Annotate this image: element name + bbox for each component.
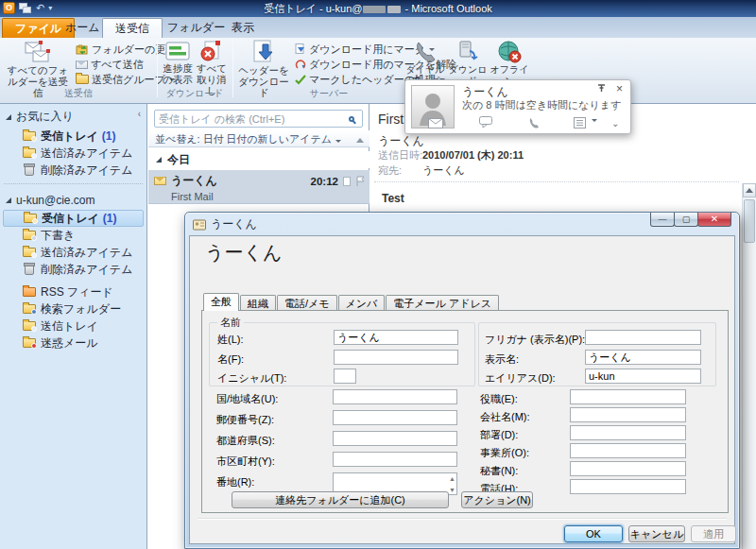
sidebar-item-junk[interactable]: 迷惑メール	[0, 335, 146, 352]
view-more-options-icon[interactable]	[574, 117, 586, 129]
sidebar-item-deleted-favorite[interactable]: 削除済みアイテム	[0, 162, 146, 179]
tab-phone-notes[interactable]: 電話/メモ	[277, 295, 337, 311]
message-body: Test	[382, 192, 404, 205]
rss-folder-icon	[23, 287, 36, 297]
sort-bar: 並べ替え: 日付 日付の新しいアイテム	[148, 130, 369, 147]
ok-button[interactable]: OK	[564, 525, 623, 542]
group-header-today[interactable]: 今日	[148, 151, 369, 168]
scroll-up-button[interactable]	[743, 183, 756, 197]
office-field[interactable]	[570, 443, 686, 458]
sidebar-item-sent-favorite[interactable]: 送信済みアイテム	[0, 145, 146, 162]
company-field[interactable]	[570, 407, 686, 422]
prefecture-field[interactable]	[333, 431, 457, 446]
search-input[interactable]	[155, 113, 349, 125]
message-row[interactable]: うーくん 20:12 First Mail	[148, 170, 369, 204]
chat-icon[interactable]	[479, 116, 492, 129]
inbox-folder-icon	[24, 214, 37, 223]
sent-value: 2010/07/01 (木) 20:11	[422, 148, 524, 163]
dialog-client-area: うーくん 全般 組織 電話/メモ メンバ 電子メール アドレス 名前 姓(L):…	[189, 235, 735, 544]
redacted-block	[363, 6, 386, 13]
attachment-doc-icon	[343, 177, 351, 186]
close-icon[interactable]: ×	[616, 82, 623, 95]
department-field[interactable]	[570, 425, 686, 440]
assistant-label: 秘書(N):	[480, 464, 518, 478]
sidebar-item-search-folders[interactable]: 検索フォルダー	[0, 300, 146, 317]
last-name-field[interactable]	[334, 330, 458, 345]
mark-download-icon	[295, 43, 306, 55]
display-name-label: 表示名:	[485, 352, 519, 367]
envelope-icon	[76, 60, 88, 69]
display-name-field[interactable]	[585, 350, 701, 365]
actions-button[interactable]: アクション(N)	[461, 491, 533, 508]
call-icon[interactable]	[528, 117, 540, 129]
sent-label: 送信日時:	[378, 148, 422, 163]
sidebar-item-inbox-favorite[interactable]: 受信トレイ (1)	[0, 128, 146, 145]
ribbon-tab-strip: ファイル ホーム 送受信 フォルダー 表示	[0, 17, 756, 38]
sort-order-button[interactable]: 日付の新しいアイテム	[226, 132, 332, 146]
job-title-field[interactable]	[570, 389, 686, 404]
first-name-field[interactable]	[334, 350, 458, 365]
chevron-down-icon[interactable]	[592, 119, 597, 125]
country-label: 国/地域名(U):	[216, 392, 278, 406]
send-all-button[interactable]: すべて送信	[76, 57, 144, 72]
furigana-field[interactable]	[585, 330, 701, 345]
dialog-tabs: 全般 組織 電話/メモ メンバ 電子メール アドレス	[203, 293, 500, 311]
scrollbar-thumb[interactable]	[744, 199, 755, 243]
navigation-pane: お気に入り ‹ 受信トレイ (1) 送信済みアイテム 削除済みアイテム u-ku…	[0, 104, 147, 549]
phone-field[interactable]	[570, 479, 686, 494]
divider	[4, 183, 143, 184]
city-field[interactable]	[333, 452, 457, 467]
tab-send-receive[interactable]: 送受信	[102, 18, 163, 38]
country-field[interactable]	[333, 389, 457, 404]
phone-icon	[413, 40, 438, 64]
contact-icon	[193, 219, 206, 231]
tab-members[interactable]: メンバ	[338, 295, 386, 311]
maximize-button[interactable]: ▢	[674, 213, 698, 227]
tab-general[interactable]: 全般	[203, 293, 239, 311]
group-divider	[157, 41, 158, 97]
window-title: 受信トレイ - u-kun@ - Microsoft Outlook	[0, 2, 756, 16]
scroll-up-icon[interactable]	[356, 134, 364, 143]
contact-status: 次の 8 時間は空き時間になります	[462, 98, 621, 112]
unread-mail-icon	[154, 177, 166, 185]
city-label: 市区町村(Y):	[216, 455, 275, 469]
expand-card-icon[interactable]: ⌄	[611, 118, 619, 129]
sidebar-item-rss[interactable]: RSS フィード	[0, 283, 146, 300]
group-divider	[232, 41, 233, 97]
department-label: 部署(D):	[480, 428, 518, 442]
minimize-button[interactable]: —	[650, 213, 675, 227]
sidebar-item-sent[interactable]: 送信済みアイテム	[0, 244, 146, 261]
sidebar-item-drafts[interactable]: 下書き	[0, 227, 146, 244]
sent-folder-icon	[23, 248, 36, 257]
show-progress-button[interactable]: 進捗度の表示	[161, 40, 195, 85]
reading-scrollbar[interactable]	[742, 183, 756, 549]
scroll-down-icon[interactable]: ▼	[449, 487, 455, 493]
sort-by-button[interactable]: 並べ替え: 日付	[155, 132, 224, 146]
sidebar-item-deleted[interactable]: 削除済みアイテム	[0, 261, 146, 278]
collapse-pane-icon[interactable]: ‹	[138, 109, 141, 119]
alias-field[interactable]	[585, 369, 701, 384]
tab-email-addresses[interactable]: 電子メール アドレス	[386, 295, 499, 311]
tab-view[interactable]: 表示	[219, 18, 266, 38]
sidebar-item-inbox[interactable]: 受信トレイ (1)	[3, 210, 144, 227]
cancel-button[interactable]: キャンセル	[628, 525, 685, 542]
apply-button: 適用	[691, 525, 736, 542]
scroll-up-icon[interactable]: ▲	[449, 475, 455, 482]
download-headers-icon	[250, 40, 277, 64]
flag-icon[interactable]	[355, 176, 366, 187]
folder-refresh-icon	[76, 43, 89, 55]
sort-direction-icon[interactable]	[335, 140, 341, 146]
postal-code-field[interactable]	[333, 410, 457, 425]
contact-dialog: うーくん — ▢ ✕ うーくん 全般 組織 電話/メモ メンバ 電子メール アド…	[184, 212, 740, 549]
pin-icon[interactable]	[597, 83, 606, 94]
assistant-field[interactable]	[570, 461, 686, 476]
initials-field[interactable]	[334, 369, 356, 384]
favorites-header[interactable]: お気に入り ‹	[0, 104, 146, 128]
add-to-contacts-button[interactable]: 連絡先フォルダーに追加(C)	[232, 491, 449, 508]
account-header[interactable]: u-kun@cie.com	[0, 189, 146, 210]
search-icon[interactable]	[349, 116, 354, 122]
tab-organization[interactable]: 組織	[240, 295, 276, 311]
close-button[interactable]: ✕	[697, 213, 731, 227]
sidebar-item-outbox[interactable]: 送信トレイ	[0, 317, 146, 335]
send-mail-icon[interactable]	[428, 118, 443, 129]
